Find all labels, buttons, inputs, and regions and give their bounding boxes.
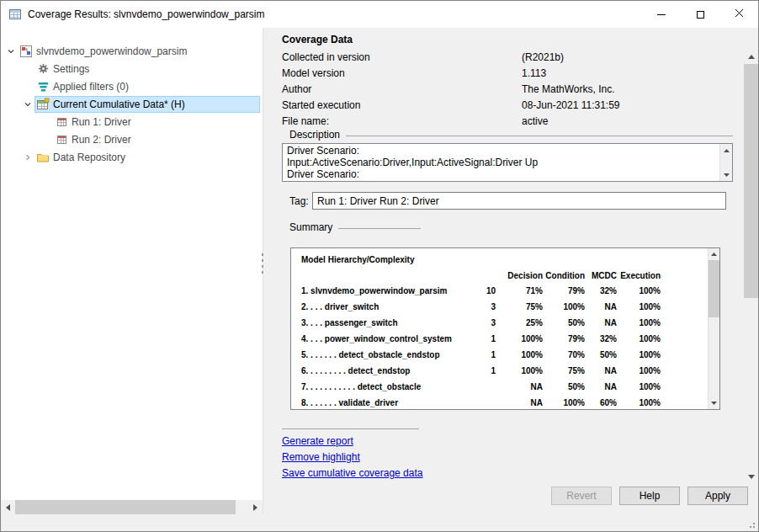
scroll-right-icon[interactable] <box>248 500 263 514</box>
results-tree: slvnvdemo_powerwindow_parsim Settings Ap… <box>1 28 263 514</box>
field-label: File name: <box>282 115 522 127</box>
description-label: Description <box>289 129 340 141</box>
cell-condition: 79% <box>543 286 585 295</box>
cell-execution: 100% <box>617 366 661 375</box>
tag-input[interactable]: Run 1: Driver Run 2: Driver <box>312 192 726 210</box>
summary-table: Model Hierarchy/Complexity Decision Cond… <box>290 247 720 410</box>
table-row[interactable]: 1. slvnvdemo_powerwindow_parsim 10 71% 7… <box>291 283 719 299</box>
cell-decision: 71% <box>496 286 543 295</box>
action-link[interactable]: Save cumulative coverage data <box>282 466 422 481</box>
scrollbar-thumb[interactable] <box>15 500 236 514</box>
cell-decision: 25% <box>496 318 543 327</box>
table-row[interactable]: 7. . . . . . . . . . . detect_obstacle N… <box>291 379 719 395</box>
cell-hierarchy-name: 1. slvnvdemo_powerwindow_parsim <box>301 286 465 295</box>
tree-item-label: Run 2: Driver <box>69 134 135 146</box>
field-row: Started execution 08-Jun-2021 11:31:59 <box>282 97 740 113</box>
scrollbar-thumb[interactable] <box>744 64 758 298</box>
cell-execution: 100% <box>617 318 661 327</box>
cell-mcdc: NA <box>585 366 617 375</box>
table-row[interactable]: 2. . . . driver_switch 3 75% 100% NA 100… <box>291 299 719 315</box>
table-scrollbar[interactable] <box>708 248 719 409</box>
column-header-condition: Condition <box>543 271 585 280</box>
resize-grip-icon[interactable] <box>746 519 755 528</box>
description-scrollbar[interactable] <box>719 144 732 181</box>
summary-header: Summary <box>289 221 421 233</box>
scroll-down-icon[interactable] <box>709 398 719 408</box>
description-line: Input:ActiveScenario:Driver,Input:Active… <box>287 157 715 168</box>
coverage-data-panel: Coverage Data Collected in version (R202… <box>263 28 758 514</box>
description-line: Driver Scenario: <box>287 145 715 157</box>
app-icon <box>8 8 22 21</box>
table-row[interactable]: 3. . . . passenger_switch 3 25% 50% NA 1… <box>291 315 719 331</box>
chevron-spacer <box>21 80 34 93</box>
cell-hierarchy-name: 8. . . . . . . validate_driver <box>301 398 465 407</box>
cell-decision: NA <box>496 398 543 407</box>
cell-hierarchy-name: 7. . . . . . . . . . . detect_obstacle <box>301 382 465 391</box>
cell-complexity: 3 <box>465 302 496 311</box>
cell-condition: 50% <box>543 318 585 327</box>
tree-item-applied-filters[interactable]: Applied filters (0) <box>1 77 263 95</box>
field-row: Author The MathWorks, Inc. <box>282 81 740 97</box>
table-row[interactable]: 5. . . . . . . detect_obstacle_endstop 1… <box>291 347 719 363</box>
action-link[interactable]: Remove highlight <box>282 450 422 466</box>
title-bar[interactable]: Coverage Results: slvnvdemo_powerwindow_… <box>1 1 758 28</box>
cell-condition: 75% <box>543 366 585 375</box>
maximize-button[interactable] <box>681 1 719 28</box>
table-caption: Model Hierarchy/Complexity <box>291 248 719 264</box>
action-link[interactable]: Generate report <box>282 434 422 450</box>
column-header-mcdc: MCDC <box>585 271 617 280</box>
scroll-left-icon[interactable] <box>1 500 15 514</box>
cell-hierarchy-name: 6. . . . . . . . . detect_endstop <box>301 366 465 375</box>
tree-horizontal-scrollbar[interactable] <box>1 500 263 514</box>
scroll-up-icon[interactable] <box>744 50 758 64</box>
model-icon <box>19 45 34 58</box>
revert-button[interactable]: Revert <box>551 487 612 505</box>
description-box[interactable]: Driver Scenario:Input:ActiveScenario:Dri… <box>282 143 733 182</box>
tree-item-current-cumulative-data[interactable]: Current Cumulative Data* (H) <box>1 95 263 113</box>
table-row[interactable]: 6. . . . . . . . . detect_endstop 1 100%… <box>291 363 719 379</box>
cell-hierarchy-name: 2. . . . driver_switch <box>301 302 465 311</box>
cell-hierarchy-name: 3. . . . passenger_switch <box>301 318 465 327</box>
status-bar <box>1 514 758 531</box>
field-value: 08-Jun-2021 11:31:59 <box>522 99 620 111</box>
table-rows: 1. slvnvdemo_powerwindow_parsim 10 71% 7… <box>291 283 719 410</box>
cell-execution: 100% <box>617 302 661 311</box>
help-button[interactable]: Help <box>619 487 680 505</box>
scroll-down-icon[interactable] <box>720 169 732 180</box>
close-button[interactable] <box>719 1 758 28</box>
cell-decision: 100% <box>496 334 543 343</box>
tree-item-model[interactable]: slvnvdemo_powerwindow_parsim <box>1 42 263 60</box>
scrollbar-thumb[interactable] <box>709 260 719 317</box>
tree-item-label: Data Repository <box>50 152 129 163</box>
minimize-button[interactable] <box>642 1 681 28</box>
cell-hierarchy-name: 4. . . . power_window_control_system <box>301 334 465 343</box>
table-row[interactable]: 8. . . . . . . validate_driver NA 100% 6… <box>291 395 719 410</box>
cell-execution: 100% <box>617 398 661 407</box>
scroll-up-icon[interactable] <box>720 145 732 156</box>
scroll-up-icon[interactable] <box>709 249 719 259</box>
cell-complexity: 10 <box>465 286 496 295</box>
tree-item-run-2[interactable]: Run 2: Driver <box>1 130 263 148</box>
summary-label: Summary <box>289 221 332 233</box>
divider <box>338 228 421 229</box>
run-icon <box>54 133 69 146</box>
tree-item-settings[interactable]: Settings <box>1 60 263 77</box>
description-header: Description <box>289 129 733 141</box>
cumulative-data-icon <box>35 98 50 111</box>
chevron-down-icon[interactable] <box>21 98 34 111</box>
scroll-down-icon[interactable] <box>744 470 758 484</box>
tree-item-data-repository[interactable]: Data Repository <box>1 148 263 166</box>
chevron-down-icon[interactable] <box>4 45 18 58</box>
apply-button[interactable]: Apply <box>687 487 748 505</box>
description-text: Driver Scenario:Input:ActiveScenario:Dri… <box>283 144 719 181</box>
panel-scrollbar[interactable] <box>744 50 758 484</box>
table-row[interactable]: 4. . . . power_window_control_system 1 1… <box>291 331 719 347</box>
cell-complexity: 1 <box>465 334 496 343</box>
tree-item-label: Applied filters (0) <box>50 81 132 93</box>
chevron-right-icon[interactable] <box>21 151 34 164</box>
divider <box>282 428 419 429</box>
field-row: File name: active <box>282 113 740 129</box>
tree-item-run-1[interactable]: Run 1: Driver <box>1 113 263 130</box>
gear-icon <box>35 62 50 76</box>
cell-execution: 100% <box>617 350 661 359</box>
